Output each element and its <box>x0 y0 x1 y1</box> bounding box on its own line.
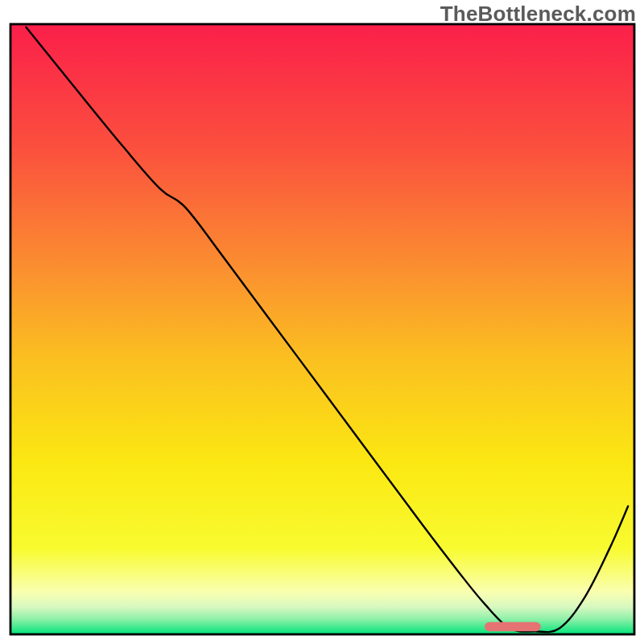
optimal-range-marker <box>485 622 541 631</box>
watermark-text: TheBottleneck.com <box>440 2 636 27</box>
chart-container: TheBottleneck.com <box>0 0 644 644</box>
bottleneck-chart <box>0 0 644 644</box>
plot-background <box>10 24 634 634</box>
